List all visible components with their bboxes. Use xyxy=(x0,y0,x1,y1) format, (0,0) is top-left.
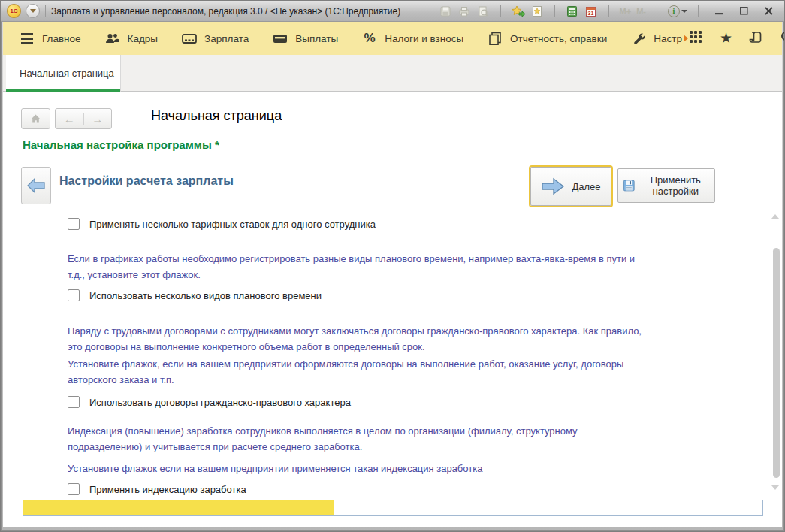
menu-item-label: Налоги и взносы xyxy=(385,33,463,44)
separator xyxy=(698,5,699,17)
menu-item-staff[interactable]: Кадры xyxy=(105,31,158,46)
menu-item-reports[interactable]: Отчетность, справки xyxy=(488,31,607,46)
goto-favorites-button[interactable] xyxy=(512,5,525,18)
tab-label: Начальная страница xyxy=(20,68,114,79)
maximize-button[interactable] xyxy=(734,5,753,18)
search-icon xyxy=(780,30,785,44)
save-button[interactable] xyxy=(439,5,452,18)
menu-item-settings[interactable]: Настр xyxy=(631,31,688,46)
history-button[interactable] xyxy=(749,30,763,47)
arrow-right-icon: → xyxy=(92,113,103,125)
wrench-icon xyxy=(631,31,646,46)
all-functions-button[interactable] xyxy=(688,29,703,47)
search-button[interactable] xyxy=(780,30,785,47)
checkbox-civil-contracts[interactable]: Использовать договоры гражданско-правово… xyxy=(68,396,351,408)
home-page-content: ← → Начальная страница Начальная настрой… xyxy=(3,92,782,527)
menu-item-label: Настр xyxy=(654,33,682,44)
section-back-button[interactable] xyxy=(21,167,51,204)
chevron-down-icon xyxy=(681,10,687,13)
big-arrow-right-icon xyxy=(541,177,565,196)
apply-settings-button[interactable]: Применить настройки xyxy=(617,168,715,203)
app-logo-icon: 1С xyxy=(7,4,21,18)
separator xyxy=(608,5,609,17)
application-window: 1С Зарплата и управление персоналом, ред… xyxy=(0,0,785,532)
separator xyxy=(657,5,657,17)
preview-button[interactable] xyxy=(476,5,490,18)
description-text: Установите флажок, если на вашем предпри… xyxy=(68,356,648,388)
checkbox-box[interactable] xyxy=(68,483,80,495)
page-title: Начальная страница xyxy=(151,108,282,124)
panel-tools: ★ xyxy=(688,29,785,47)
hamburger-icon xyxy=(20,31,35,46)
save-settings-icon xyxy=(623,177,636,195)
scrollbar-thumb[interactable] xyxy=(773,248,780,478)
menu-item-payments[interactable]: Выплаты xyxy=(273,31,338,46)
checkbox-box[interactable] xyxy=(68,289,80,301)
separator xyxy=(45,5,46,17)
description-text: Индексация (повышение) заработка сотрудн… xyxy=(68,423,648,455)
favorites-button[interactable]: ★ xyxy=(720,31,732,46)
wallet-icon xyxy=(273,31,288,46)
memory-minus-button[interactable]: M- xyxy=(636,7,646,16)
add-favorite-button[interactable] xyxy=(530,5,544,18)
history-nav-group: ← → xyxy=(55,108,112,129)
info-icon: i xyxy=(668,5,680,17)
menu-item-label: Отчетность, справки xyxy=(510,33,607,44)
checkbox-multiple-rates[interactable]: Применять несколько тарифных ставок для … xyxy=(68,218,376,230)
checkbox-label: Использовать несколько видов планового в… xyxy=(89,290,322,301)
memory-plus-button[interactable]: M+ xyxy=(620,7,632,16)
maximize-icon xyxy=(740,7,748,15)
description-text: Если в графиках работы необходимо регист… xyxy=(68,251,648,283)
menu-item-label: Выплаты xyxy=(295,33,338,44)
menu-item-taxes[interactable]: % Налоги и взносы xyxy=(362,31,463,46)
checkbox-multiple-time-types[interactable]: Использовать несколько видов планового в… xyxy=(68,289,322,301)
print-icon xyxy=(458,5,470,17)
separator xyxy=(554,5,555,17)
chevron-down-icon xyxy=(30,9,36,13)
star-document-icon xyxy=(531,5,543,17)
print-button[interactable] xyxy=(457,5,471,18)
scrollbar-up-icon[interactable] xyxy=(771,214,779,219)
home-icon xyxy=(30,113,41,124)
checkbox-label: Применять несколько тарифных ставок для … xyxy=(89,219,376,230)
documents-icon xyxy=(488,31,503,46)
system-menu-button[interactable] xyxy=(26,4,40,18)
checkbox-label: Применять индексацию заработка xyxy=(89,484,246,495)
close-button[interactable] xyxy=(759,5,778,18)
calendar-button[interactable]: 31 xyxy=(584,5,598,18)
window-title: Зарплата и управление персоналом, редакц… xyxy=(51,6,400,17)
scrollbar-down-icon[interactable] xyxy=(771,485,779,490)
service-info-button[interactable]: i xyxy=(668,5,687,17)
next-button-label: Далее xyxy=(572,181,600,192)
home-button[interactable] xyxy=(21,108,50,129)
titlebar-buttons: 31 M+ M- i xyxy=(439,5,778,18)
minimize-icon xyxy=(715,8,723,15)
checkbox-apply-indexation[interactable]: Применять индексацию заработка xyxy=(68,483,246,495)
checkbox-box[interactable] xyxy=(68,218,80,230)
menu-item-salary[interactable]: Зарплата xyxy=(182,31,249,46)
menu-item-main[interactable]: Главное xyxy=(20,31,81,46)
tab-home-page[interactable]: Начальная страница xyxy=(6,55,121,92)
menu-item-label: Кадры xyxy=(128,33,158,44)
forward-button[interactable]: → xyxy=(83,113,112,125)
menu-item-label: Главное xyxy=(42,33,81,44)
sections-panel: Главное Кадры Зарплата Выплаты % Налоги … xyxy=(3,22,782,55)
setup-heading: Начальная настройка программы * xyxy=(23,138,219,151)
tab-strip: Начальная страница xyxy=(3,55,782,92)
checkbox-box[interactable] xyxy=(68,396,80,408)
history-scroll-icon xyxy=(749,30,763,44)
minimize-button[interactable] xyxy=(709,5,729,18)
calculator-button[interactable] xyxy=(566,5,579,18)
star-go-icon xyxy=(512,5,525,17)
grid-icon xyxy=(688,29,703,44)
back-button[interactable]: ← xyxy=(56,113,83,125)
next-button[interactable]: Далее xyxy=(530,167,611,206)
title-bar: 1С Зарплата и управление персоналом, ред… xyxy=(1,1,784,22)
separator xyxy=(500,5,501,17)
menu-item-label: Зарплата xyxy=(204,33,249,44)
description-text: Установите флажок если на вашем предприя… xyxy=(68,461,648,476)
percent-icon: % xyxy=(362,31,377,46)
description-text: Наряду с трудовыми договорами с сотрудни… xyxy=(68,323,648,355)
calculator-icon xyxy=(566,5,578,17)
close-icon xyxy=(765,7,773,15)
